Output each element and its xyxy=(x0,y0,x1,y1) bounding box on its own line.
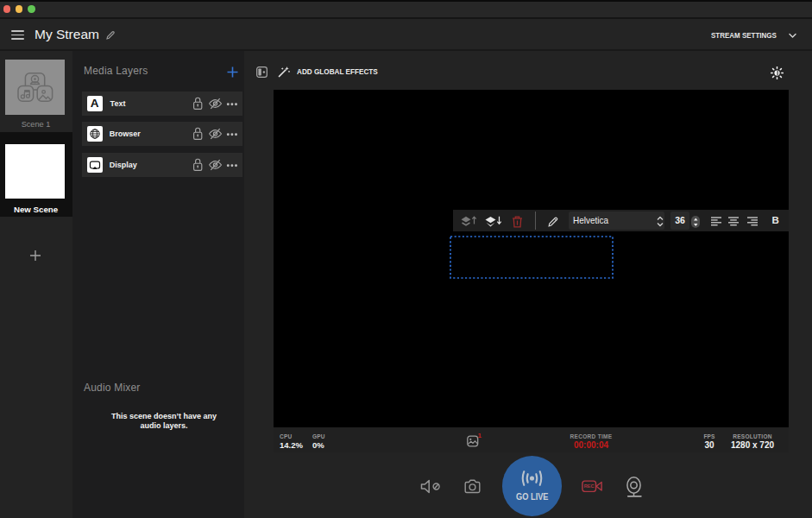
svg-text:REC: REC xyxy=(583,483,594,489)
